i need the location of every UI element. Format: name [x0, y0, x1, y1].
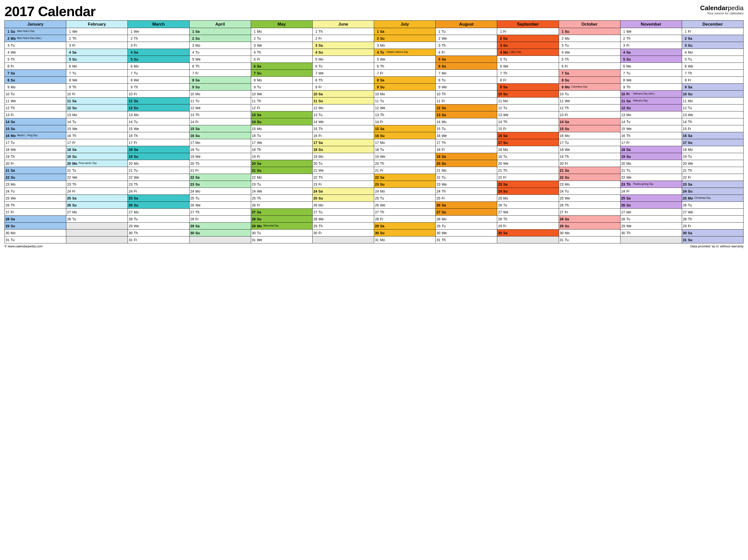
day-cell: 23Tu	[251, 181, 312, 188]
day-cell: 31Tu	[5, 236, 66, 243]
month-column: June1Th2Fr3Sa4Su5Mo6Tu7We8Th9Fr10Sa11Su1…	[312, 21, 374, 243]
day-of-week: Fr	[133, 92, 140, 96]
day-number: 5	[251, 57, 257, 61]
day-cell: 10Fr	[128, 91, 189, 97]
day-number: 14	[66, 120, 72, 124]
day-number: 6	[621, 64, 626, 68]
day-cell: 27Mo	[66, 209, 127, 216]
day-number: 19	[436, 155, 441, 159]
day-cell: 12Su	[66, 104, 127, 111]
day-number: 27	[682, 210, 687, 214]
day-of-week: We	[133, 29, 140, 33]
day-number: 13	[66, 113, 72, 117]
day-number: 13	[374, 113, 380, 117]
day-cell: 22Mo	[251, 174, 312, 181]
day-of-week: Th	[441, 43, 448, 47]
day-cell: 26Tu	[682, 202, 743, 209]
day-of-week: Sa	[502, 134, 509, 138]
day-cell: 30Sa	[682, 230, 743, 236]
day-number: 26	[251, 203, 257, 207]
day-of-week: Th	[133, 134, 140, 138]
day-cell: 29Fr	[682, 223, 743, 230]
day-cell: 5Th	[5, 56, 66, 63]
day-cell: 9Sa	[497, 84, 558, 91]
day-of-week: Fr	[195, 71, 202, 75]
day-of-week: Mo	[318, 155, 325, 159]
day-number: 4	[66, 50, 72, 54]
day-cell: 20Th	[374, 160, 436, 167]
day-cell: 17Su	[682, 139, 743, 146]
day-cell: 10Mo	[374, 91, 436, 97]
day-cell: 21Tu	[621, 167, 682, 174]
day-cell: 15We	[66, 125, 127, 132]
day-of-week: Mo	[318, 57, 325, 61]
day-number: 15	[5, 127, 10, 131]
day-cell: 24Th	[436, 188, 497, 195]
day-of-week: Sa	[626, 99, 632, 103]
day-number: 7	[559, 71, 564, 75]
day-number: 14	[374, 120, 380, 124]
day-cell: 16Th	[128, 132, 189, 139]
day-number: 8	[682, 78, 687, 82]
day-number: 26	[436, 203, 441, 207]
day-number: 17	[190, 141, 195, 145]
month-header: January	[5, 21, 66, 28]
day-number: 20	[5, 162, 10, 165]
day-of-week: Mo	[441, 217, 448, 221]
day-cell: 25Fr	[436, 195, 497, 202]
day-cell: 13Th	[374, 111, 436, 118]
day-of-week: We	[72, 176, 78, 179]
day-of-week: Tu	[626, 217, 632, 221]
day-of-week: Mo	[380, 141, 386, 145]
day-cell: 29Su	[559, 223, 620, 230]
day-cell: 27Fr	[5, 209, 66, 216]
day-of-week: Mo	[195, 43, 202, 47]
day-cell: 31Th	[436, 236, 497, 243]
day-number: 19	[559, 155, 564, 159]
holiday-label: Thanks-giving Day	[632, 183, 682, 186]
day-number: 20	[621, 162, 626, 165]
day-number: 26	[312, 203, 318, 207]
day-number: 24	[436, 189, 441, 193]
day-of-week: We	[626, 29, 632, 33]
day-of-week: Su	[564, 29, 571, 33]
day-cell: 21Th	[682, 167, 743, 174]
day-cell	[66, 223, 127, 230]
day-cell: 26Mo	[312, 202, 374, 209]
day-number: 18	[559, 148, 564, 151]
day-cell: 11Fr	[436, 97, 497, 104]
day-of-week: Sa	[195, 224, 202, 228]
day-of-week: Tu	[10, 92, 17, 96]
day-number: 24	[251, 189, 257, 193]
day-of-week: Su	[257, 71, 263, 75]
day-number: 7	[436, 71, 441, 75]
day-number: 13	[128, 113, 133, 117]
day-number: 12	[128, 106, 133, 110]
day-of-week: Th	[133, 85, 140, 89]
day-of-week: Sa	[10, 120, 17, 124]
holiday-label: New Year's Day	[17, 30, 66, 33]
day-number: 29	[559, 224, 564, 228]
day-number: 31	[251, 238, 257, 242]
day-of-week: Th	[626, 182, 632, 186]
day-number: 24	[66, 189, 72, 193]
day-cell: 6Mo	[621, 63, 682, 70]
day-number: 16	[5, 134, 10, 138]
day-number: 6	[436, 64, 441, 68]
day-cell: 18Tu	[374, 146, 436, 153]
day-cell: 28Fr	[190, 216, 251, 223]
day-number: 2	[251, 37, 257, 41]
day-of-week: Sa	[502, 231, 509, 235]
day-of-week: Su	[318, 50, 325, 54]
day-number: 31	[5, 238, 10, 242]
day-number: 20	[682, 162, 687, 165]
day-cell: 2Sa	[497, 35, 558, 42]
day-number: 24	[128, 189, 133, 193]
day-number: 8	[5, 78, 10, 82]
day-number: 8	[128, 78, 133, 82]
day-number: 25	[682, 196, 687, 200]
day-cell: 27Sa	[251, 209, 312, 216]
day-number: 8	[497, 78, 502, 82]
day-number: 8	[436, 78, 441, 82]
day-cell: 3Fr	[128, 42, 189, 49]
